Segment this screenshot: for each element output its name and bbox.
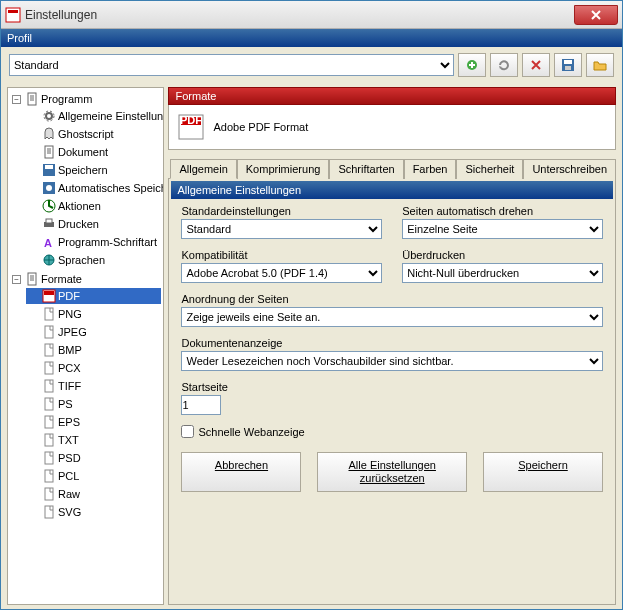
- disk-icon: [560, 57, 576, 73]
- svg-rect-29: [45, 434, 53, 446]
- select-compat[interactable]: Adobe Acrobat 5.0 (PDF 1.4): [181, 263, 382, 283]
- tab-sicherheit[interactable]: Sicherheit: [456, 159, 523, 179]
- right-pane: Formate PDF Adobe PDF Format AllgemeinKo…: [168, 87, 616, 605]
- main-content: −ProgrammAllgemeine EinstellungenGhostsc…: [1, 83, 622, 609]
- profil-refresh-button[interactable]: [490, 53, 518, 77]
- cancel-button[interactable]: Abbrechen: [181, 452, 301, 492]
- tree-item-sprachen[interactable]: Sprachen: [26, 252, 161, 268]
- label-rotate: Seiten automatisch drehen: [402, 205, 603, 217]
- tree-item-jpeg[interactable]: JPEG: [26, 324, 161, 340]
- svg-rect-32: [45, 488, 53, 500]
- gear-icon: [42, 109, 56, 123]
- input-startpage[interactable]: [181, 395, 221, 415]
- tree-item-txt[interactable]: TXT: [26, 432, 161, 448]
- profil-header: Profil: [1, 29, 622, 47]
- tree-item-allgemeine-einstellungen[interactable]: Allgemeine Einstellungen: [26, 108, 161, 124]
- svg-rect-9: [45, 146, 53, 158]
- profil-add-button[interactable]: [458, 53, 486, 77]
- tab-schriftarten[interactable]: Schriftarten: [329, 159, 403, 179]
- select-docview[interactable]: Weder Lesezeichen noch Vorschaubilder si…: [181, 351, 603, 371]
- titlebar: Einstellungen: [1, 1, 622, 29]
- tree-item-png[interactable]: PNG: [26, 306, 161, 322]
- tab-allgemein[interactable]: Allgemein: [170, 159, 236, 179]
- tree-item-label: TIFF: [58, 380, 81, 392]
- select-overprint[interactable]: Nicht-Null überdrucken: [402, 263, 603, 283]
- profil-label: Profil: [7, 32, 32, 44]
- tree-item-svg[interactable]: SVG: [26, 504, 161, 520]
- tree-item-speichern[interactable]: Speichern: [26, 162, 161, 178]
- profil-delete-button[interactable]: [522, 53, 550, 77]
- tree-item-drucken[interactable]: Drucken: [26, 216, 161, 232]
- svg-rect-1: [8, 10, 18, 13]
- delete-icon: [528, 57, 544, 73]
- action-icon: [42, 199, 56, 213]
- tree-item-label: Speichern: [58, 164, 108, 176]
- tree-label: Programm: [41, 93, 92, 105]
- folder-icon: [592, 57, 608, 73]
- autosave-icon: [42, 181, 56, 195]
- svg-rect-26: [45, 380, 53, 392]
- save-button[interactable]: Speichern: [483, 452, 603, 492]
- tree-item-eps[interactable]: EPS: [26, 414, 161, 430]
- close-icon: [590, 10, 602, 20]
- file-icon: [42, 505, 56, 519]
- tree-item-label: Dokument: [58, 146, 108, 158]
- select-rotate[interactable]: Einzelne Seite: [402, 219, 603, 239]
- tree-item-aktionen[interactable]: Aktionen: [26, 198, 161, 214]
- nav-tree[interactable]: −ProgrammAllgemeine EinstellungenGhostsc…: [7, 87, 164, 605]
- formate-header: Formate: [168, 87, 616, 105]
- profil-save-button[interactable]: [554, 53, 582, 77]
- pdf-icon: PDF: [177, 113, 205, 141]
- tree-item-label: Raw: [58, 488, 80, 500]
- tree-item-psd[interactable]: PSD: [26, 450, 161, 466]
- tab-komprimierung[interactable]: Komprimierung: [237, 159, 330, 179]
- tree-item-pcx[interactable]: PCX: [26, 360, 161, 376]
- profil-open-button[interactable]: [586, 53, 614, 77]
- doc-icon: [42, 145, 56, 159]
- collapse-icon[interactable]: −: [12, 275, 21, 284]
- tree-item-label: PS: [58, 398, 73, 410]
- label-startpage: Startseite: [181, 381, 603, 393]
- tab-farben[interactable]: Farben: [404, 159, 457, 179]
- tab-unterschreiben[interactable]: Unterschreiben: [523, 159, 616, 179]
- tree-item-raw[interactable]: Raw: [26, 486, 161, 502]
- ghost-icon: [42, 127, 56, 141]
- close-button[interactable]: [574, 5, 618, 25]
- tree-formate[interactable]: −Formate: [10, 271, 161, 287]
- svg-rect-27: [45, 398, 53, 410]
- tree-item-label: EPS: [58, 416, 80, 428]
- tree-item-label: Programm-Schriftart: [58, 236, 157, 248]
- select-std[interactable]: Standard: [181, 219, 382, 239]
- tree-item-automatisches-speichern[interactable]: Automatisches Speichern: [26, 180, 161, 196]
- svg-rect-22: [45, 308, 53, 320]
- file-icon: [42, 307, 56, 321]
- file-icon: [42, 451, 56, 465]
- field-overprint: Überdrucken Nicht-Null überdrucken: [402, 249, 603, 283]
- file-icon: [42, 469, 56, 483]
- file-icon: [42, 433, 56, 447]
- plus-icon: [464, 57, 480, 73]
- svg-rect-33: [45, 506, 53, 518]
- file-icon: [42, 325, 56, 339]
- profil-select[interactable]: Standard: [9, 54, 454, 76]
- checkbox-fastweb[interactable]: [181, 425, 194, 438]
- tree-item-programm-schriftart[interactable]: AProgramm-Schriftart: [26, 234, 161, 250]
- file-icon: [42, 379, 56, 393]
- tree-item-label: PNG: [58, 308, 82, 320]
- tree-programm[interactable]: −Programm: [10, 91, 161, 107]
- tree-label: Formate: [41, 273, 82, 285]
- field-docview: Dokumentenanzeige Weder Lesezeichen noch…: [181, 337, 603, 371]
- tree-item-label: Aktionen: [58, 200, 101, 212]
- svg-text:PDF: PDF: [180, 114, 202, 126]
- tree-item-dokument[interactable]: Dokument: [26, 144, 161, 160]
- tree-item-ps[interactable]: PS: [26, 396, 161, 412]
- tree-item-pcl[interactable]: PCL: [26, 468, 161, 484]
- tree-item-pdf[interactable]: PDF: [26, 288, 161, 304]
- tree-item-ghostscript[interactable]: Ghostscript: [26, 126, 161, 142]
- reset-button[interactable]: Alle Einstellungen zurücksetzen: [317, 452, 467, 492]
- select-order[interactable]: Zeige jeweils eine Seite an.: [181, 307, 603, 327]
- collapse-icon[interactable]: −: [12, 95, 21, 104]
- tree-item-label: PCL: [58, 470, 79, 482]
- tree-item-tiff[interactable]: TIFF: [26, 378, 161, 394]
- tree-item-bmp[interactable]: BMP: [26, 342, 161, 358]
